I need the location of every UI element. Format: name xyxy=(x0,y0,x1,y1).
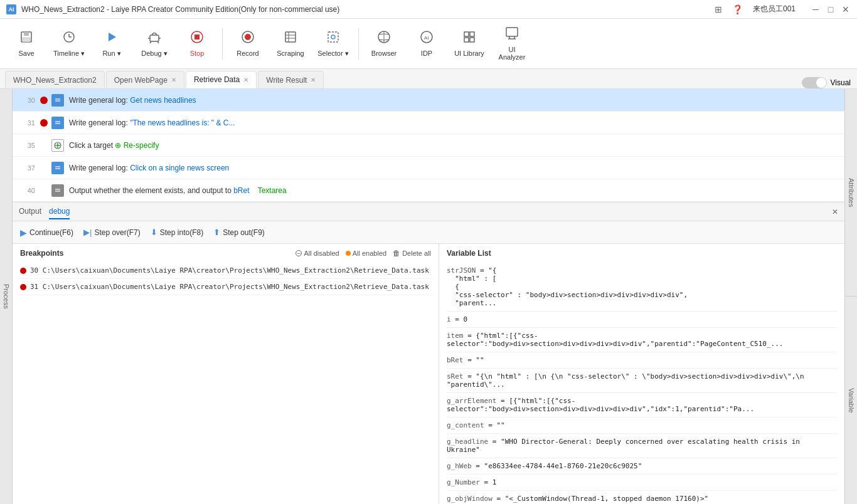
bp-text-30: 30 C:\Users\caixuan\Documents\Laiye RPA\… xyxy=(30,266,431,275)
svg-rect-7 xyxy=(150,35,159,41)
visual-toggle[interactable]: Visual xyxy=(802,77,851,88)
tab-bar: WHO_News_Extraction2 Open WebPage ✕ Retr… xyxy=(0,69,857,89)
svg-rect-30 xyxy=(506,28,518,36)
bp-dot-30 xyxy=(20,268,26,274)
code-row-30[interactable]: 30 Write general log: Get news headlines xyxy=(13,89,844,112)
tab-write-result[interactable]: Write Result ✕ xyxy=(258,71,324,88)
row-icon-40 xyxy=(51,184,64,197)
idp-button[interactable]: AI IDP xyxy=(407,22,447,66)
scraping-button[interactable]: Scraping xyxy=(270,22,311,66)
svg-rect-26 xyxy=(464,32,469,36)
tab-write-result-close[interactable]: ✕ xyxy=(311,76,316,83)
record-label: Record xyxy=(237,50,258,57)
step-out-label: Step out(F9) xyxy=(223,228,265,237)
help-icon[interactable]: ❓ xyxy=(732,4,743,14)
bp-controls: − All disabled All enabled 🗑 Delete all xyxy=(295,249,431,258)
svg-rect-13 xyxy=(194,34,200,39)
selector-label: Selector ▾ xyxy=(317,50,348,58)
grid-icon: ⊞ xyxy=(715,4,722,14)
continue-action[interactable]: ▶ Continue(F6) xyxy=(20,228,73,238)
row-icon-35 xyxy=(51,139,64,152)
record-button[interactable]: Record xyxy=(228,22,268,66)
row-link-35[interactable]: ⊕ Re-specify xyxy=(115,141,159,150)
trash-icon: 🗑 xyxy=(393,249,400,258)
delete-all-button[interactable]: 🗑 Delete all xyxy=(393,249,431,258)
continue-label: Continue(F6) xyxy=(29,228,73,237)
ui-analyzer-button[interactable]: UI Analyzer xyxy=(492,22,532,66)
bp-text-31: 31 C:\Users\caixuan\Documents\Laiye RPA\… xyxy=(30,283,431,291)
code-row-35[interactable]: 35 Click a target ⊕ Re-specify xyxy=(13,134,844,157)
debug-close-icon[interactable]: ✕ xyxy=(832,207,838,216)
attributes-side-label: Attributes xyxy=(845,89,857,297)
tab-retrieve-data[interactable]: Retrieve Data ✕ xyxy=(186,71,257,88)
no-breakpoint-35 xyxy=(40,142,48,149)
tab-open-webpage-label: Open WebPage xyxy=(114,76,168,85)
code-row-31[interactable]: 31 Write general log: "The news headline… xyxy=(13,112,844,134)
minus-icon: − xyxy=(295,250,302,256)
debug-tab[interactable]: debug xyxy=(49,204,70,219)
breakpoint-item-31[interactable]: 31 C:\Users\caixuan\Documents\Laiye RPA\… xyxy=(18,279,434,295)
breakpoint-item-30[interactable]: 30 C:\Users\caixuan\Documents\Laiye RPA\… xyxy=(18,263,434,279)
debug-tabs: Output debug xyxy=(19,204,70,219)
all-enabled-button[interactable]: All enabled xyxy=(346,249,386,257)
var-item-garrelement: g_arrElement = [{"html":[{"css-selector"… xyxy=(447,393,837,417)
visual-switch[interactable] xyxy=(802,77,827,88)
row-link-40-textarea[interactable]: Textarea xyxy=(258,186,287,195)
app-icon: AI xyxy=(6,4,16,14)
tab-write-result-label: Write Result xyxy=(266,76,307,85)
tab-open-webpage[interactable]: Open WebPage ✕ xyxy=(106,71,184,88)
row-icon-37 xyxy=(51,162,64,174)
close-button[interactable]: ✕ xyxy=(841,4,851,14)
save-label: Save xyxy=(18,50,34,57)
line-num-31: 31 xyxy=(18,119,35,127)
maximize-button[interactable]: □ xyxy=(826,4,836,14)
svg-rect-1 xyxy=(24,32,29,36)
toggle-knob xyxy=(816,78,826,88)
code-row-37[interactable]: 37 Write general log: Click on a single … xyxy=(13,157,844,179)
all-disabled-button[interactable]: − All disabled xyxy=(295,249,339,257)
browser-button[interactable]: Browser xyxy=(364,22,404,66)
var-item-bret: bRet = "" xyxy=(447,352,837,369)
code-view: 30 Write general log: Get news headlines… xyxy=(13,89,844,202)
debug-icon xyxy=(147,30,161,47)
breakpoints-panel: Breakpoints − All disabled All enabled xyxy=(13,244,439,504)
tab-retrieve-data-close[interactable]: ✕ xyxy=(243,76,248,83)
tab-who-news[interactable]: WHO_News_Extraction2 xyxy=(5,71,105,88)
minimize-button[interactable]: ─ xyxy=(811,4,821,14)
svg-point-21 xyxy=(331,35,335,39)
save-button[interactable]: Save xyxy=(6,22,46,66)
scraping-label: Scraping xyxy=(277,50,304,57)
step-into-action[interactable]: ⬇ Step into(F8) xyxy=(151,228,203,237)
stop-label: Stop xyxy=(190,50,205,57)
line-num-40: 40 xyxy=(18,187,35,194)
output-tab[interactable]: Output xyxy=(19,204,41,219)
row-link-30[interactable]: Get news headlines xyxy=(130,96,196,105)
save-icon xyxy=(19,30,33,47)
step-over-action[interactable]: ▶| Step over(F7) xyxy=(83,228,141,237)
ui-library-button[interactable]: UI Library xyxy=(449,22,489,66)
run-button[interactable]: Run ▾ xyxy=(92,22,132,66)
row-link-40-bret[interactable]: bRet xyxy=(233,186,249,195)
debug-button[interactable]: Debug ▾ xyxy=(134,22,174,66)
tab-who-news-label: WHO_News_Extraction2 xyxy=(13,76,97,85)
no-breakpoint-40 xyxy=(40,187,48,194)
step-out-action[interactable]: ⬆ Step out(F9) xyxy=(213,228,265,237)
svg-rect-28 xyxy=(464,38,469,42)
svg-text:AI: AI xyxy=(424,35,429,41)
run-icon xyxy=(105,30,119,47)
timeline-icon xyxy=(62,30,76,47)
stop-button[interactable]: Stop xyxy=(177,22,217,66)
row-text-31: Write general log: "The news headlines i… xyxy=(69,118,235,127)
variable-list-title: Variable List xyxy=(447,249,837,258)
row-link-31[interactable]: "The news headlines is: " & C... xyxy=(130,118,235,127)
selector-button[interactable]: Selector ▾ xyxy=(313,22,353,66)
code-row-40[interactable]: 40 Output whether the element exists, an… xyxy=(13,179,844,202)
tabs-left: WHO_News_Extraction2 Open WebPage ✕ Retr… xyxy=(5,71,325,88)
var-item-gobjwindow: g_objWindow = "<_CustomWindow(Thread-1, … xyxy=(447,491,837,504)
tab-open-webpage-close[interactable]: ✕ xyxy=(171,76,176,83)
user-menu[interactable]: 来也员工001 xyxy=(753,4,796,14)
timeline-button[interactable]: Timeline ▾ xyxy=(49,22,89,66)
svg-rect-37 xyxy=(54,119,61,127)
svg-rect-2 xyxy=(23,38,30,42)
row-link-37[interactable]: Click on a single news screen xyxy=(130,164,229,172)
